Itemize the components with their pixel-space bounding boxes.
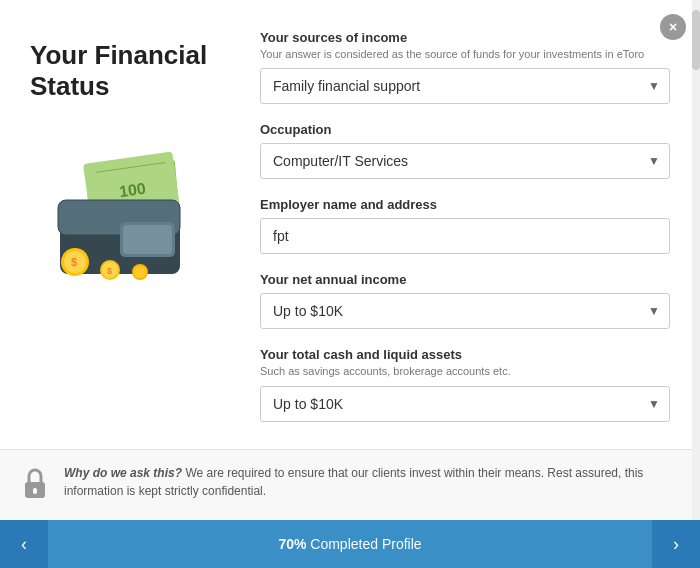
close-button[interactable]: ×	[660, 14, 686, 40]
next-button[interactable]: ›	[652, 520, 700, 568]
svg-point-17	[134, 266, 146, 278]
annual-income-select[interactable]: Up to $10K $10K - $50K $50K - $100K Over…	[260, 293, 670, 329]
footer-bar: ‹ 70% Completed Profile ›	[0, 520, 700, 568]
scrollbar-thumb[interactable]	[692, 10, 700, 70]
occupation-label: Occupation	[260, 122, 670, 137]
scrollbar-track[interactable]	[692, 0, 700, 520]
cash-assets-field-group: Your total cash and liquid assets Such a…	[260, 347, 670, 421]
employer-field-group: Employer name and address	[260, 197, 670, 254]
next-icon: ›	[673, 534, 679, 555]
footer-progress: 70% Completed Profile	[278, 536, 421, 552]
cash-assets-select[interactable]: Up to $10K $10K - $50K $50K - $100K Over…	[260, 386, 670, 422]
annual-income-field-group: Your net annual income Up to $10K $10K -…	[260, 272, 670, 329]
cash-assets-select-wrapper: Up to $10K $10K - $50K $50K - $100K Over…	[260, 386, 670, 422]
lock-icon	[20, 466, 50, 502]
lock-icon-container	[20, 466, 50, 506]
prev-icon: ‹	[21, 534, 27, 555]
wallet-illustration: 100 $ $	[30, 152, 190, 282]
left-panel: Your Financial Status 100	[30, 30, 250, 429]
income-field-group: Your sources of income Your answer is co…	[260, 30, 670, 104]
employer-input[interactable]	[260, 218, 670, 254]
progress-percent: 70%	[278, 536, 306, 552]
income-sublabel: Your answer is considered as the source …	[260, 47, 670, 62]
svg-rect-19	[33, 488, 37, 494]
right-panel: Your sources of income Your answer is co…	[250, 30, 670, 429]
financial-status-modal: × Your Financial Status 100	[0, 0, 700, 568]
occupation-select[interactable]: Computer/IT Services Finance Healthcare …	[260, 143, 670, 179]
occupation-field-group: Occupation Computer/IT Services Finance …	[260, 122, 670, 179]
income-select[interactable]: Family financial support Employment inco…	[260, 68, 670, 104]
content-area: Your Financial Status 100	[0, 0, 700, 449]
cash-assets-label: Your total cash and liquid assets	[260, 347, 670, 362]
annual-income-select-wrapper: Up to $10K $10K - $50K $50K - $100K Over…	[260, 293, 670, 329]
info-text: Why do we ask this? We are required to e…	[64, 464, 680, 500]
income-label: Your sources of income	[260, 30, 670, 45]
page-title: Your Financial Status	[30, 40, 250, 102]
progress-label: Completed Profile	[310, 536, 421, 552]
cash-assets-sublabel: Such as savings accounts, brokerage acco…	[260, 364, 670, 379]
annual-income-label: Your net annual income	[260, 272, 670, 287]
income-select-wrapper: Family financial support Employment inco…	[260, 68, 670, 104]
occupation-select-wrapper: Computer/IT Services Finance Healthcare …	[260, 143, 670, 179]
svg-text:$: $	[71, 256, 77, 268]
svg-rect-9	[123, 225, 172, 254]
prev-button[interactable]: ‹	[0, 520, 48, 568]
svg-text:$: $	[107, 266, 112, 276]
bottom-info-bar: Why do we ask this? We are required to e…	[0, 449, 700, 520]
info-title: Why do we ask this?	[64, 466, 182, 480]
employer-label: Employer name and address	[260, 197, 670, 212]
